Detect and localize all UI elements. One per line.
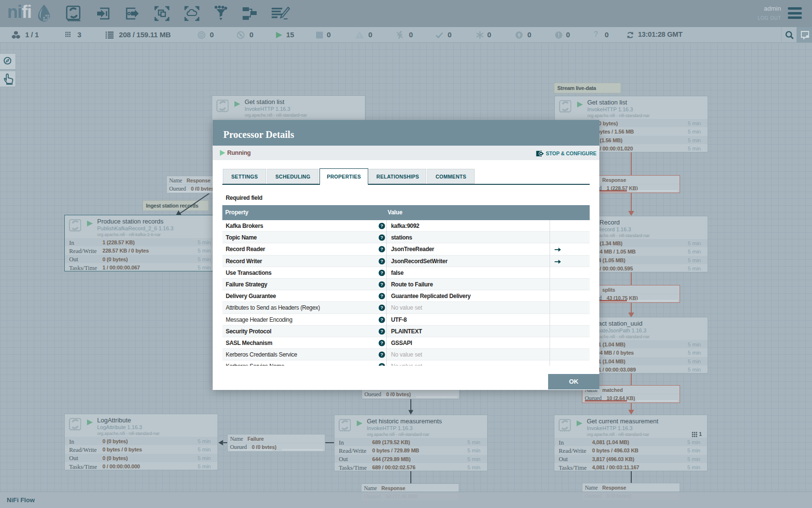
svg-text:?: ? <box>380 352 383 357</box>
svg-text:?: ? <box>380 258 383 264</box>
svg-text:?: ? <box>380 317 383 322</box>
svg-text:?: ? <box>380 363 383 366</box>
svg-text:?: ? <box>380 235 383 240</box>
svg-text:?: ? <box>380 305 383 311</box>
svg-text:?: ? <box>380 340 383 345</box>
svg-text:?: ? <box>380 270 383 275</box>
svg-text:?: ? <box>380 247 383 252</box>
svg-text:?: ? <box>380 329 383 334</box>
svg-text:?: ? <box>380 223 383 228</box>
svg-text:?: ? <box>380 282 383 287</box>
svg-text:?: ? <box>380 293 383 299</box>
